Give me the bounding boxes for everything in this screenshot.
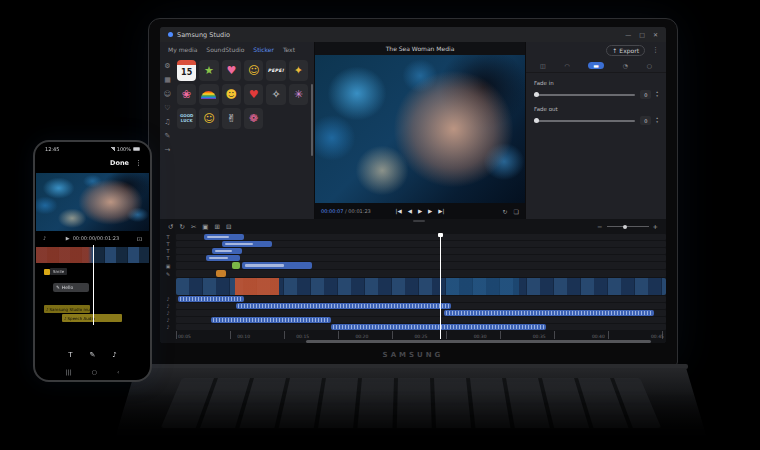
fade-in-value[interactable]: 0 (640, 90, 651, 99)
calendar-sticker[interactable]: 15 (177, 60, 196, 81)
music-icon[interactable]: ♫ (164, 118, 170, 126)
arrow-icon[interactable]: → (165, 146, 171, 154)
hand-sticker[interactable]: ✌ (222, 108, 241, 129)
step-down-icon[interactable]: ▾ (656, 95, 658, 99)
sparkle-sticker[interactable]: ✳ (289, 84, 308, 105)
play-icon[interactable]: ▶ (418, 208, 422, 214)
timeline-hscrollbar[interactable] (176, 340, 666, 343)
minimize-icon[interactable]: — (625, 31, 631, 38)
transform-icon[interactable]: ◫ (540, 62, 546, 69)
tab-soundstudio[interactable]: SoundStudio (206, 46, 244, 53)
video-clip-filmstrip[interactable] (176, 278, 666, 295)
timeline-collapse-handle[interactable] (413, 220, 425, 222)
loop-icon[interactable]: ↻ (503, 208, 508, 215)
rainbow-sticker[interactable] (199, 84, 218, 105)
fade-out-knob[interactable] (534, 118, 539, 123)
party-popper-sticker[interactable]: ✦ (289, 60, 308, 81)
recents-icon[interactable]: ||| (66, 368, 72, 375)
timeline-clip[interactable] (204, 234, 244, 240)
smiley-icon[interactable]: ☺ (164, 90, 171, 98)
time-ruler[interactable]: 00:05 00:10 00:15 00:20 00:25 00:30 00:3… (176, 331, 666, 339)
good-luck-sticker[interactable]: GOOD LUCK (177, 108, 196, 129)
zoom-out-icon[interactable]: − (597, 223, 602, 231)
audio-clip[interactable] (236, 303, 451, 309)
play-icon[interactable]: ▶ (66, 235, 70, 241)
tab-sticker[interactable]: Sticker (253, 46, 274, 53)
heart-icon[interactable]: ♡ (164, 104, 170, 112)
hscroll-thumb[interactable] (306, 340, 651, 343)
zoom-in-icon[interactable]: + (653, 223, 658, 231)
tab-text[interactable]: Text (283, 46, 295, 53)
undo-icon[interactable]: ↺ (168, 223, 173, 231)
redo-icon[interactable]: ↻ (179, 223, 184, 231)
export-button[interactable]: ↑ Export (606, 45, 645, 56)
fade-out-slider[interactable] (534, 120, 635, 122)
draw-tool-icon[interactable]: ✎ (89, 351, 95, 359)
zoom-slider-knob[interactable] (623, 225, 627, 229)
maximize-icon[interactable]: □ (639, 31, 645, 38)
add-track-icon[interactable]: ⊞ (215, 223, 220, 231)
fade-in-slider[interactable] (534, 94, 635, 96)
sticker-panel-scrollbar[interactable] (311, 84, 313, 156)
phone-sticker-clip[interactable]: Smile (44, 268, 67, 275)
sticker-clip[interactable] (232, 262, 240, 269)
skip-back-icon[interactable]: |◀ (396, 208, 402, 214)
back-icon[interactable]: ‹ (117, 368, 119, 375)
more-menu-icon[interactable]: ⋮ (135, 159, 142, 167)
audio-clip[interactable] (211, 317, 331, 323)
tab-my-media[interactable]: My media (168, 46, 197, 53)
done-button[interactable]: Done (110, 159, 129, 167)
fade-in-stepper[interactable]: ▴▾ (656, 91, 658, 98)
fullscreen-icon[interactable]: ❏ (514, 208, 519, 215)
wink-face-sticker[interactable]: ☺ (199, 108, 218, 129)
duplicate-icon[interactable]: ▣ (202, 223, 208, 231)
cupcake-sticker[interactable]: ❁ (244, 108, 263, 129)
red-heart-sticker[interactable]: ♥ (244, 84, 263, 105)
skip-forward-icon[interactable]: ▶| (438, 208, 444, 214)
tongue-face-sticker[interactable]: ☺ (244, 60, 263, 81)
phone-playhead[interactable] (93, 245, 95, 325)
ghost-sticker[interactable]: ✧ (266, 84, 285, 105)
more-menu-icon[interactable]: ⋮ (652, 46, 659, 54)
music-tool-icon[interactable]: ♪ (112, 351, 116, 359)
fade-out-value[interactable]: 0 (640, 116, 651, 125)
next-frame-icon[interactable]: ▶ (428, 208, 432, 214)
fade-in-knob[interactable] (534, 92, 539, 97)
gif-clip[interactable] (216, 270, 226, 277)
star-sticker[interactable]: ★ (199, 60, 218, 81)
audio-tab-icon[interactable]: ▬ (588, 62, 604, 69)
timeline-clip[interactable] (222, 241, 272, 247)
audio-clip[interactable] (444, 310, 654, 316)
volume-icon[interactable]: ♪ (43, 235, 46, 241)
phone-text-clip[interactable]: ✎ Hello (53, 283, 89, 292)
speed-icon[interactable]: ◔ (623, 62, 628, 69)
text-tool-icon[interactable]: T (68, 351, 72, 359)
pepe-sticker[interactable]: PEPE! (266, 60, 285, 81)
aspect-ratio-icon[interactable]: ⊡ (137, 235, 142, 242)
cake-sticker[interactable]: ❀ (177, 84, 196, 105)
split-icon[interactable]: ✂ (191, 223, 196, 231)
grid-icon[interactable]: ▦ (164, 76, 171, 84)
prev-frame-icon[interactable]: ◀ (408, 208, 412, 214)
timeline-clip[interactable] (212, 248, 242, 254)
sunglasses-face-sticker[interactable]: ☻ (222, 84, 241, 105)
curve-icon[interactable]: ◠ (564, 62, 569, 69)
timeline-clip[interactable] (206, 255, 240, 261)
phone-video-preview[interactable] (36, 173, 149, 231)
audio-clip[interactable] (178, 296, 244, 302)
playhead[interactable] (440, 233, 441, 339)
zoom-slider[interactable] (607, 226, 649, 227)
timeline-clip[interactable] (242, 262, 312, 269)
step-down-icon[interactable]: ▾ (656, 121, 658, 125)
delete-icon[interactable]: ⊟ (226, 223, 231, 231)
settings-icon[interactable]: ⚙ (164, 62, 170, 70)
home-icon[interactable]: ○ (92, 368, 97, 375)
video-preview[interactable] (315, 55, 525, 203)
audio-clip[interactable] (331, 324, 546, 330)
phone-audio-clip-1[interactable]: ♪ Samsung Studio music (44, 305, 90, 313)
pen-icon[interactable]: ✎ (165, 132, 171, 140)
effects-icon[interactable]: ○ (647, 62, 652, 69)
pink-heart-sticker[interactable]: ♥ (222, 60, 241, 81)
fade-out-stepper[interactable]: ▴▾ (656, 117, 658, 124)
close-icon[interactable]: ✕ (653, 31, 658, 38)
